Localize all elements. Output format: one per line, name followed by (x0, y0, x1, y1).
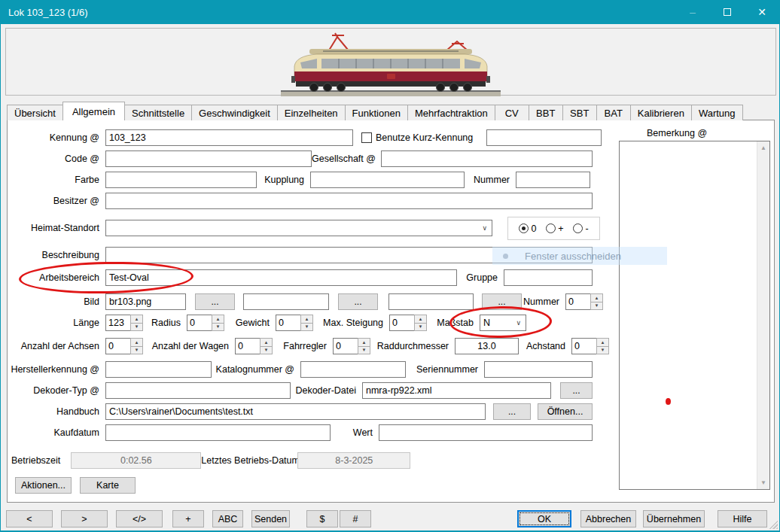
tab-allgemein[interactable]: Allgemein (62, 102, 125, 120)
titlebar[interactable]: Lok 103_123 (1/6) – ✕ (1, 0, 779, 24)
bild-input-1[interactable] (105, 293, 186, 310)
wert-input[interactable] (379, 424, 593, 441)
handbuch-input[interactable] (105, 403, 486, 420)
spin-up-icon[interactable]: ▲ (212, 315, 224, 324)
kurz-kennung-input[interactable] (486, 129, 602, 146)
nummer-input[interactable] (516, 172, 590, 188)
dollar-button[interactable]: $ (306, 510, 338, 527)
add-button[interactable]: + (172, 510, 204, 527)
polarity-radio-minus[interactable]: - (573, 223, 588, 234)
tab-bat[interactable]: BAT (596, 105, 631, 120)
dekoder-datei-input[interactable] (362, 382, 551, 399)
tab-kalibrieren[interactable]: Kalibrieren (630, 105, 692, 120)
fahrregler-input[interactable] (333, 338, 358, 354)
kupplung-input[interactable] (310, 172, 465, 188)
gesellschaft-input[interactable] (381, 150, 593, 167)
code-view-button[interactable]: </> (116, 510, 163, 527)
hash-button[interactable]: # (340, 510, 371, 527)
polarity-radio-plus[interactable]: + (546, 223, 563, 234)
achstand-input[interactable] (571, 338, 596, 354)
achsen-input[interactable] (105, 338, 130, 354)
bild-nummer-input[interactable] (565, 293, 590, 310)
spin-up-icon[interactable]: ▲ (358, 339, 370, 347)
farbe-input[interactable] (105, 172, 257, 188)
bemerkung-scrollbar[interactable]: ▲ ▼ (757, 141, 769, 489)
oeffnen-button[interactable]: Öffnen... (538, 403, 593, 420)
abc-button[interactable]: ABC (212, 510, 243, 527)
scroll-down-icon[interactable]: ▼ (757, 476, 769, 489)
tab-cv[interactable]: CV (495, 105, 529, 120)
bild-browse-button-1[interactable]: ... (195, 293, 235, 310)
laenge-input[interactable] (105, 315, 130, 331)
spin-down-icon[interactable]: ▼ (415, 324, 426, 331)
radius-input[interactable] (187, 315, 212, 331)
kurz-kennung-checkbox[interactable] (361, 132, 372, 143)
spin-down-icon[interactable]: ▼ (261, 347, 272, 354)
scroll-up-icon[interactable]: ▲ (757, 141, 769, 154)
spin-up-icon[interactable]: ▲ (591, 294, 602, 302)
dekoder-typ-input[interactable] (105, 382, 291, 399)
karte-button[interactable]: Karte (80, 477, 136, 494)
besitzer-input[interactable] (105, 193, 593, 209)
spin-down-icon[interactable]: ▼ (597, 347, 608, 354)
arbeitsbereich-input[interactable] (105, 269, 457, 286)
raddurchmesser-input[interactable] (455, 338, 519, 354)
heimat-standort-combobox[interactable]: ∨ (105, 220, 492, 236)
massstab-label: Maßstab (427, 318, 480, 328)
herstellerkennung-input[interactable] (105, 361, 212, 378)
spin-down-icon[interactable]: ▼ (358, 347, 370, 354)
max-steigung-input[interactable] (389, 315, 414, 331)
minimize-icon[interactable]: – (675, 0, 710, 24)
aktionen-button[interactable]: Aktionen... (15, 477, 72, 494)
tab-sbt[interactable]: SBT (562, 105, 597, 120)
spin-up-icon[interactable]: ▲ (131, 315, 142, 324)
resize-grip[interactable] (769, 520, 778, 529)
tab-einzelheiten[interactable]: Einzelheiten (277, 105, 346, 120)
bild-browse-button-3[interactable]: ... (482, 293, 522, 310)
close-icon[interactable]: ✕ (745, 0, 779, 24)
kennung-input[interactable] (105, 129, 353, 146)
massstab-combobox[interactable]: N ∨ (480, 315, 526, 331)
uebernehmen-button[interactable]: Übernehmen (643, 510, 705, 527)
spin-down-icon[interactable]: ▼ (591, 302, 602, 310)
kaufdatum-input[interactable] (105, 424, 331, 441)
bemerkung-textarea[interactable]: ▲ ▼ (619, 141, 770, 490)
handbuch-browse-button[interactable]: ... (493, 403, 531, 420)
spin-down-icon[interactable]: ▼ (212, 324, 224, 331)
spin-down-icon[interactable]: ▼ (131, 324, 142, 331)
tab-bbt[interactable]: BBT (529, 105, 563, 120)
abbrechen-button[interactable]: Abbrechen (580, 510, 636, 527)
polarity-radio-0[interactable]: 0 (519, 223, 536, 234)
tab-funktionen[interactable]: Funktionen (345, 105, 408, 120)
spin-up-icon[interactable]: ▲ (415, 315, 426, 324)
spin-down-icon[interactable]: ▼ (301, 324, 312, 331)
nav-next-button[interactable]: > (61, 510, 108, 527)
gewicht-input[interactable] (276, 315, 300, 331)
katalognummer-input[interactable] (300, 361, 406, 378)
nav-prev-button[interactable]: < (6, 510, 53, 527)
code-input[interactable] (105, 150, 312, 167)
gruppe-input[interactable] (504, 269, 593, 286)
tab-uebersicht[interactable]: Übersicht (7, 105, 63, 120)
maximize-icon[interactable] (710, 0, 745, 24)
senden-button[interactable]: Senden (251, 510, 290, 527)
seriennummer-input[interactable] (484, 361, 593, 378)
tab-schnittstelle[interactable]: Schnittstelle (124, 105, 192, 120)
ok-button[interactable]: OK (517, 510, 571, 527)
spin-up-icon[interactable]: ▲ (597, 339, 608, 347)
spin-up-icon[interactable]: ▲ (301, 315, 312, 324)
beschreibung-input[interactable] (105, 247, 593, 263)
hilfe-button[interactable]: Hilfe (718, 510, 767, 527)
bild-input-2[interactable] (243, 293, 329, 310)
bild-browse-button-2[interactable]: ... (338, 293, 378, 310)
spin-down-icon[interactable]: ▼ (131, 347, 142, 354)
tab-wartung[interactable]: Wartung (691, 105, 743, 120)
tab-geschwindigkeit[interactable]: Geschwindigkeit (191, 105, 278, 120)
bild-input-3[interactable] (388, 293, 474, 310)
spin-up-icon[interactable]: ▲ (131, 339, 142, 347)
wagen-input[interactable] (235, 338, 260, 354)
kennung-label: Kennung @ (8, 132, 105, 143)
tab-mehrfachtraktion[interactable]: Mehrfachtraktion (407, 105, 495, 120)
dekoder-datei-browse-button[interactable]: ... (560, 382, 593, 399)
spin-up-icon[interactable]: ▲ (261, 339, 272, 347)
